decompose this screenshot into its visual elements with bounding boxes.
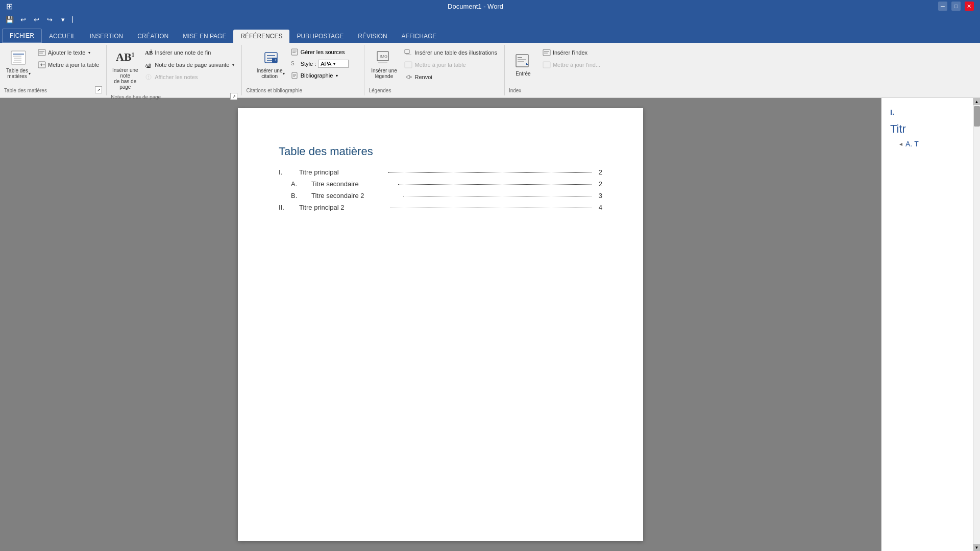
note-suivante-icon: AB 1: [144, 61, 153, 69]
style-icon: S: [290, 59, 299, 68]
inserer-citation-button[interactable]: + Insérer unecitation ▾: [256, 47, 286, 82]
entree-icon: [515, 53, 531, 69]
scroll-up[interactable]: ▲: [973, 98, 981, 105]
group-table-matieres: Table desmatières ▾ Ajouter le texte ▾: [0, 45, 107, 95]
table-matieres-icon: [10, 49, 27, 66]
tab-creation[interactable]: CRÉATION: [130, 30, 176, 43]
inserer-legende-label: Insérer unelégende: [371, 68, 397, 79]
note-suivante-arrow: ▾: [232, 63, 234, 67]
style-dropdown-arrow: ▾: [333, 62, 335, 66]
inserer-legende-button[interactable]: IMG Insérer unelégende: [369, 47, 399, 82]
group-citations: + Insérer unecitation ▾: [242, 45, 364, 95]
tab-references[interactable]: RÉFÉRENCES: [233, 30, 289, 43]
entree-button[interactable]: Entrée: [509, 47, 537, 82]
inserer-table-illus-label: Insérer une table des illustrations: [414, 49, 497, 56]
close-button[interactable]: ✕: [965, 2, 974, 11]
nav-item-a-text: T: [914, 140, 919, 148]
ribbon: Table desmatières ▾ Ajouter le texte ▾: [0, 43, 980, 98]
citations-group-label: Citations et bibliographie: [246, 86, 302, 93]
inserer-index-button[interactable]: Insérer l'index: [540, 47, 603, 58]
scrollbar-vertical[interactable]: ▲ ▼: [973, 98, 980, 551]
mettre-jour-index-button[interactable]: Mettre à jour l'ind...: [540, 59, 603, 70]
tab-accueil[interactable]: ACCUEIL: [42, 30, 83, 43]
legendes-group-label: Légendes: [369, 86, 391, 93]
mettre-jour-index-label: Mettre à jour l'ind...: [553, 62, 600, 68]
mettre-jour-table-label: Mettre à jour la table: [48, 62, 99, 68]
nav-title-1[interactable]: Titr: [882, 120, 973, 138]
toc-num-1: I.: [279, 168, 299, 176]
inserer-citation-arrow: ▾: [283, 71, 285, 76]
svg-text:1: 1: [149, 62, 151, 66]
toc-num-2: A.: [291, 180, 311, 188]
inserer-index-icon: [543, 48, 551, 57]
renvoi-icon: [404, 73, 412, 81]
ajouter-texte-arrow: ▾: [88, 51, 90, 55]
mettre-jour-table-icon: [38, 61, 46, 69]
toc-page-4: 4: [594, 204, 602, 211]
gerer-sources-icon: [290, 48, 299, 56]
table-matieres-button[interactable]: Table desmatières ▾: [4, 47, 33, 82]
gerer-sources-button[interactable]: Gérer les sources: [288, 47, 351, 57]
note-suivante-label: Note de bas de page suivante: [155, 62, 229, 68]
quick-access-toolbar: 💾 ↩ ↩ ↪ ▾ ▏: [0, 12, 980, 27]
scroll-thumb[interactable]: [974, 106, 980, 127]
svg-rect-40: [405, 62, 412, 68]
scroll-down[interactable]: ▼: [973, 544, 981, 551]
group-notes-content: AB1 Insérer une notede bas de page AB 1 …: [111, 47, 237, 92]
bibliographie-icon: [290, 71, 299, 80]
afficher-notes-icon: [144, 73, 153, 81]
toc-num-3: B.: [291, 192, 311, 199]
redo-button[interactable]: ↪: [44, 14, 55, 25]
group-citations-content: + Insérer unecitation ▾: [256, 47, 351, 86]
nav-item-a-label: A.: [905, 140, 912, 148]
undo-button-2[interactable]: ↩: [31, 14, 42, 25]
note-suivante-button[interactable]: AB 1 Note de bas de page suivante ▾: [141, 59, 237, 70]
index-group-label: Index: [509, 86, 521, 93]
save-button[interactable]: 💾: [4, 14, 15, 25]
customize-qa-button[interactable]: ▾: [57, 14, 68, 25]
citations-right-col: Gérer les sources S Style : APA ▾: [288, 47, 351, 81]
renvoi-button[interactable]: Renvoi: [401, 71, 500, 83]
afficher-notes-button[interactable]: Afficher les notes: [141, 71, 237, 83]
svg-rect-41: [516, 55, 528, 67]
tab-fichier[interactable]: FICHIER: [2, 29, 42, 43]
inserer-table-illus-button[interactable]: Insérer une table des illustrations: [401, 47, 500, 58]
nav-item-a[interactable]: ◄ A. T: [882, 138, 973, 150]
tab-miseenpage[interactable]: MISE EN PAGE: [176, 30, 233, 43]
inserer-citation-label: Insérer unecitation: [257, 68, 283, 79]
style-value: APA: [321, 61, 331, 67]
inserer-note-fin-button[interactable]: AB 1 Insérer une note de fin: [141, 47, 237, 58]
svg-text:1: 1: [150, 49, 152, 54]
minimize-button[interactable]: ─: [938, 2, 947, 11]
style-dropdown[interactable]: APA ▾: [318, 60, 349, 68]
afficher-notes-label: Afficher les notes: [155, 74, 198, 80]
page-wrapper: Table des matières I. Titre principal 2 …: [0, 98, 881, 551]
svg-rect-48: [543, 62, 550, 68]
group-legendes: IMG Insérer unelégende Insérer une tabl: [364, 45, 504, 95]
group-legendes-content: IMG Insérer unelégende Insérer une tabl: [369, 47, 500, 86]
mettre-jour-table-button[interactable]: Mettre à jour la table: [35, 59, 102, 70]
tab-affichage[interactable]: AFFICHAGE: [395, 30, 444, 43]
inserer-legende-icon: IMG: [376, 49, 392, 66]
group-table-matieres-content: Table desmatières ▾ Ajouter le texte ▾: [4, 47, 102, 85]
bibliographie-button[interactable]: Bibliographie ▾: [288, 70, 351, 81]
tab-insertion[interactable]: INSERTION: [83, 30, 130, 43]
undo-button[interactable]: ↩: [17, 14, 29, 25]
scroll-track: [973, 105, 980, 544]
table-matieres-expand[interactable]: ↗: [95, 86, 102, 93]
toc-dots-3: [403, 196, 592, 196]
bibliographie-arrow: ▾: [336, 73, 338, 78]
tab-revision[interactable]: RÉVISION: [351, 30, 394, 43]
mettre-jour-table2-button[interactable]: Mettre à jour la table: [401, 59, 500, 70]
inserer-note-button[interactable]: AB1 Insérer une notede bas de page: [111, 47, 139, 92]
window-controls: ─ □ ✕: [938, 2, 974, 11]
title-bar-text: Document1 - Word: [448, 3, 503, 10]
toc-dots-4: [390, 208, 592, 208]
maximize-button[interactable]: □: [951, 2, 961, 11]
tab-publipostage[interactable]: PUBLIPOSTAGE: [289, 30, 351, 43]
ajouter-texte-button[interactable]: Ajouter le texte ▾: [35, 47, 102, 58]
bibliographie-label: Bibliographie: [301, 72, 333, 79]
group-index: Entrée Insérer l'index: [505, 45, 607, 95]
document-page[interactable]: Table des matières I. Titre principal 2 …: [238, 108, 643, 541]
ribbon-tabs: FICHIER ACCUEIL INSERTION CRÉATION MISE …: [0, 27, 980, 43]
